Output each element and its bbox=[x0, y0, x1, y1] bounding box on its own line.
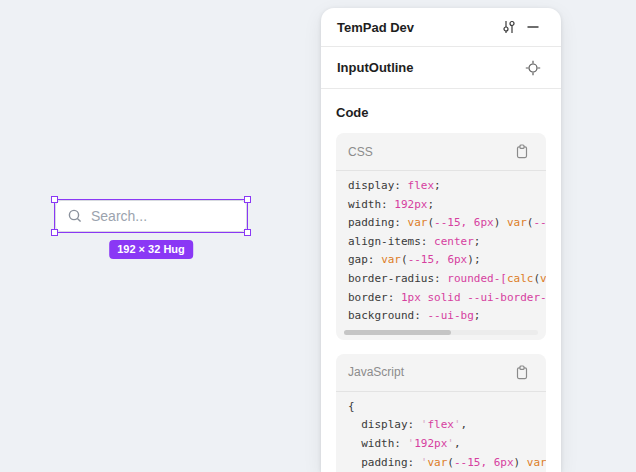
crosshair-icon bbox=[525, 60, 541, 76]
css-code-block: CSS display: flex;width: 192px;padding: … bbox=[336, 133, 546, 340]
js-block-header: JavaScript bbox=[336, 354, 546, 392]
js-code[interactable]: { display: 'flex', width: '192px', paddi… bbox=[336, 392, 546, 472]
minus-icon bbox=[526, 20, 540, 34]
selection-handle-bottom-right[interactable] bbox=[244, 229, 251, 236]
code-line: align-items: center; bbox=[348, 233, 546, 252]
selected-component-row: InputOutline bbox=[321, 47, 561, 89]
code-line: width: 192px; bbox=[348, 196, 546, 215]
selection-handle-bottom-left[interactable] bbox=[51, 229, 58, 236]
panel-title: TemPad Dev bbox=[337, 20, 497, 35]
code-line: padding: var(--15, 6px) var(-- bbox=[348, 214, 546, 233]
code-line: background: --ui-bg; bbox=[348, 307, 546, 326]
clipboard-icon bbox=[515, 365, 529, 380]
search-icon bbox=[67, 208, 83, 224]
css-block-header: CSS bbox=[336, 133, 546, 171]
css-scrollbar-thumb[interactable] bbox=[344, 330, 451, 335]
code-line: { bbox=[348, 398, 546, 417]
tempad-dev-panel: TemPad Dev InputOutline bbox=[321, 8, 561, 472]
selection-handle-top-right[interactable] bbox=[244, 196, 251, 203]
preferences-button[interactable] bbox=[497, 15, 521, 39]
copy-css-button[interactable] bbox=[510, 140, 534, 164]
code-section-title: Code bbox=[336, 105, 546, 120]
js-block-label: JavaScript bbox=[348, 365, 510, 379]
size-badge: 192 × 32 Hug bbox=[109, 240, 193, 259]
copy-js-button[interactable] bbox=[510, 360, 534, 384]
code-line: border-radius: rounded-[calc(v bbox=[348, 270, 546, 289]
selection-handle-top-left[interactable] bbox=[51, 196, 58, 203]
clipboard-icon bbox=[515, 144, 529, 159]
selected-component[interactable]: Search... bbox=[55, 200, 247, 232]
code-line: width: '192px', bbox=[348, 435, 546, 454]
code-line: display: flex; bbox=[348, 177, 546, 196]
code-line: display: 'flex', bbox=[348, 416, 546, 435]
panel-header: TemPad Dev bbox=[321, 8, 561, 47]
code-line: border: 1px solid --ui-border- bbox=[348, 289, 546, 308]
js-code-block: JavaScript { display: 'flex', width: '19… bbox=[336, 354, 546, 472]
locate-button[interactable] bbox=[521, 56, 545, 80]
minimize-button[interactable] bbox=[521, 15, 545, 39]
code-line: gap: var(--15, 6px); bbox=[348, 251, 546, 270]
search-placeholder-text: Search... bbox=[91, 208, 147, 224]
css-horizontal-scrollbar[interactable] bbox=[344, 330, 538, 335]
code-line: padding: 'var(--15, 6px) var bbox=[348, 454, 546, 472]
code-section: Code CSS display: flex;width: 192px;padd… bbox=[321, 89, 561, 472]
css-code[interactable]: display: flex;width: 192px;padding: var(… bbox=[336, 171, 546, 326]
component-name: InputOutline bbox=[337, 60, 521, 75]
search-input-component[interactable]: Search... bbox=[55, 200, 247, 232]
css-block-label: CSS bbox=[348, 145, 510, 159]
sliders-icon bbox=[501, 19, 517, 35]
